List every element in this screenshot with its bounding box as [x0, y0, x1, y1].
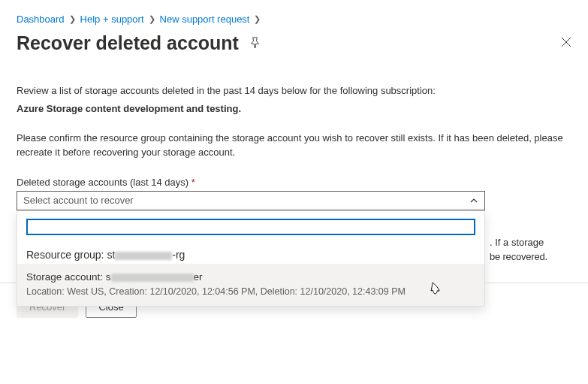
chevron-right-icon: ❯ — [149, 14, 155, 24]
account-select[interactable]: Select account to recover — [17, 191, 485, 210]
breadcrumb: Dashboard ❯ Help + support ❯ New support… — [17, 14, 571, 25]
close-icon[interactable] — [561, 37, 571, 50]
redacted-text — [111, 274, 194, 282]
redacted-text — [115, 252, 172, 260]
breadcrumb-item-help[interactable]: Help + support — [80, 14, 144, 25]
dropdown-panel: Resource group: st-rg Storage account: s… — [17, 210, 485, 307]
breadcrumb-item-request[interactable]: New support request — [160, 14, 250, 25]
pin-icon[interactable] — [249, 37, 261, 50]
chevron-right-icon: ❯ — [69, 14, 76, 24]
storage-account-option[interactable]: Storage account: ser Location: West US, … — [17, 264, 484, 306]
breadcrumb-item-dashboard[interactable]: Dashboard — [17, 14, 65, 25]
field-label: Deleted storage accounts (last 14 days) … — [17, 177, 571, 188]
dropdown-search-input[interactable] — [26, 219, 475, 235]
option-meta: Location: West US, Creation: 12/10/2020,… — [26, 286, 475, 297]
page-title: Recover deleted account — [17, 32, 239, 54]
resource-group-label: Resource group: st-rg — [26, 249, 475, 261]
select-placeholder: Select account to recover — [23, 195, 134, 206]
subscription-name: Azure Storage content development and te… — [17, 103, 571, 114]
chevron-right-icon: ❯ — [254, 14, 261, 24]
option-title: Storage account: ser — [26, 271, 475, 283]
info-text-fragment: . If a storage be recovered. — [485, 236, 586, 265]
confirm-text: Please confirm the resource group contai… — [17, 131, 571, 160]
chevron-up-icon — [469, 196, 478, 205]
intro-text: Review a list of storage accounts delete… — [17, 84, 571, 98]
